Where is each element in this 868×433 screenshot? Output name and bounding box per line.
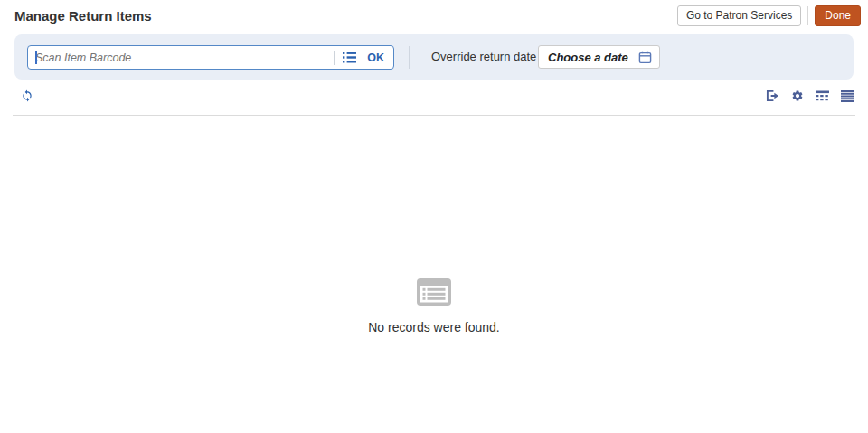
header-button-divider <box>807 6 808 25</box>
barcode-input-box: OK <box>27 45 394 70</box>
settings-button[interactable] <box>791 89 804 102</box>
date-input-box <box>538 45 660 69</box>
scan-item-barcode-input[interactable] <box>35 49 330 67</box>
export-button[interactable] <box>766 89 779 102</box>
table-columns-icon <box>816 90 829 101</box>
done-button[interactable]: Done <box>815 5 861 26</box>
empty-state: No records were found. <box>0 278 868 334</box>
list-view-icon <box>841 90 854 102</box>
gear-icon <box>791 89 804 102</box>
list-view-button[interactable] <box>841 90 854 102</box>
page-title: Manage Return Items <box>14 8 152 24</box>
header-actions: Go to Patron Services Done <box>677 5 861 26</box>
input-inner-divider <box>334 51 335 65</box>
go-to-patron-services-button[interactable]: Go to Patron Services <box>677 5 801 26</box>
empty-state-message: No records were found. <box>0 320 868 334</box>
panel-section-divider <box>409 46 410 69</box>
export-icon <box>766 89 779 102</box>
calendar-icon <box>638 51 652 64</box>
refresh-icon <box>21 89 33 102</box>
list-icon <box>343 52 356 63</box>
scan-panel: OK Override return date and time <box>14 34 854 80</box>
customize-table-button[interactable] <box>816 90 829 101</box>
calendar-button[interactable] <box>638 51 652 64</box>
list-toolbar <box>0 85 868 110</box>
barcode-list-button[interactable] <box>343 52 356 63</box>
manage-return-items-screen: Manage Return Items Go to Patron Service… <box>0 0 868 433</box>
toolbar-divider <box>13 115 855 116</box>
ok-button[interactable]: OK <box>367 52 384 64</box>
toolbar-right-actions <box>766 89 854 102</box>
choose-date-input[interactable] <box>548 48 638 66</box>
text-cursor <box>35 51 37 64</box>
empty-list-icon <box>417 278 451 306</box>
refresh-button[interactable] <box>21 89 33 102</box>
